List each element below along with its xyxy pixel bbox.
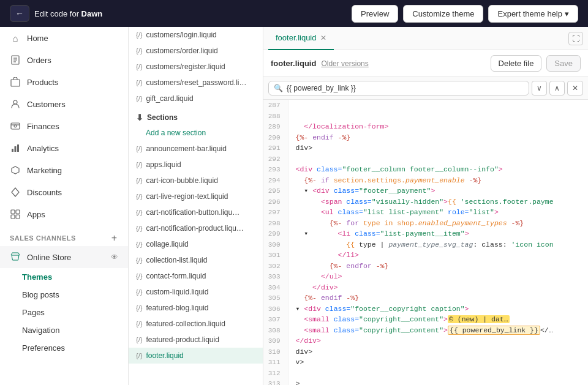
file-item[interactable]: {/} cart-live-region-text.liquid bbox=[129, 189, 263, 204]
file-icon: {/} bbox=[136, 256, 142, 264]
file-item[interactable]: {/} announcement-bar.liquid bbox=[129, 141, 263, 157]
sidebar-item-label: Marketing bbox=[27, 166, 62, 175]
file-icon: {/} bbox=[136, 225, 142, 232]
file-name: customers/reset_password.li… bbox=[146, 78, 246, 87]
file-name: cart-live-region-text.liquid bbox=[146, 192, 228, 201]
fullscreen-button[interactable]: ⛶ bbox=[568, 32, 583, 45]
file-icon: {/} bbox=[136, 63, 142, 70]
file-item[interactable]: {/} cart-notification-product.liqu… bbox=[129, 220, 263, 236]
sidebar-item-navigation[interactable]: Navigation bbox=[0, 321, 128, 339]
file-name: contact-form.liquid bbox=[146, 272, 206, 280]
back-button[interactable]: ← bbox=[10, 5, 29, 22]
code-line: 301 </li> bbox=[263, 250, 588, 261]
preview-button[interactable]: Preview bbox=[352, 5, 398, 23]
file-item[interactable]: {/} customers/reset_password.li… bbox=[129, 75, 263, 91]
file-item[interactable]: {/} apps.liquid bbox=[129, 157, 263, 173]
sidebar-item-products[interactable]: Products bbox=[0, 71, 128, 93]
file-name: collection-list.liquid bbox=[146, 256, 207, 264]
file-item[interactable]: {/} customers/order.liquid bbox=[129, 43, 263, 59]
tab-footer-liquid[interactable]: footer.liquid ✕ bbox=[268, 27, 334, 50]
sidebar-item-themes[interactable]: Themes bbox=[0, 268, 128, 286]
add-section-link[interactable]: Add a new section bbox=[129, 125, 263, 141]
file-icon: {/} bbox=[136, 272, 142, 280]
file-icon: {/} bbox=[136, 209, 142, 216]
file-item[interactable]: {/} customers/login.liquid bbox=[129, 27, 263, 43]
code-line: 306 ▾ <div class="footer__copyright capt… bbox=[263, 304, 588, 315]
file-item[interactable]: {/} cart-icon-bubble.liquid bbox=[129, 173, 263, 189]
search-down-button[interactable]: ∨ bbox=[532, 81, 547, 95]
older-versions-link[interactable]: Older versions bbox=[321, 59, 368, 68]
file-name: customers/login.liquid bbox=[146, 31, 216, 39]
code-line: 303 </ul> bbox=[263, 271, 588, 282]
file-item[interactable]: {/} featured-blog.liquid bbox=[129, 300, 263, 316]
code-table: 287 288 289 </localization-form> 290 {%-… bbox=[263, 100, 588, 385]
svg-rect-13 bbox=[16, 210, 20, 214]
sidebar-item-label: Apps bbox=[27, 210, 45, 219]
sidebar-item-orders[interactable]: Orders bbox=[0, 49, 128, 71]
sidebar-item-discounts[interactable]: Discounts bbox=[0, 181, 128, 203]
sidebar-item-apps[interactable]: Apps bbox=[0, 203, 128, 225]
sections-header: ⬇ Sections bbox=[129, 107, 263, 125]
sidebar-item-label: Home bbox=[27, 34, 48, 43]
topbar: ← Edit code for Dawn Preview Customize t… bbox=[0, 0, 588, 27]
analytics-icon bbox=[10, 143, 21, 154]
code-line: 289 </localization-form> bbox=[263, 121, 588, 132]
file-item[interactable]: {/} featured-collection.liquid bbox=[129, 316, 263, 332]
code-line: 307 <small class="copyright__content">© … bbox=[263, 314, 588, 325]
sections-icon: ⬇ bbox=[136, 113, 143, 122]
blog-posts-label: Blog posts bbox=[22, 290, 59, 299]
topbar-title: Edit code for Dawn bbox=[34, 9, 347, 18]
file-name: announcement-bar.liquid bbox=[146, 144, 226, 153]
sidebar-item-analytics[interactable]: Analytics bbox=[0, 137, 128, 159]
sidebar-item-blog-posts[interactable]: Blog posts bbox=[0, 286, 128, 304]
file-item[interactable]: {/} contact-form.liquid bbox=[129, 268, 263, 284]
sidebar-item-home[interactable]: ⌂ Home bbox=[0, 27, 128, 49]
code-line: 288 bbox=[263, 111, 588, 122]
code-line: 297 <ul class="list list-payment" role="… bbox=[263, 207, 588, 218]
sidebar-item-customers[interactable]: Customers bbox=[0, 93, 128, 115]
expert-dropdown-icon: ▾ bbox=[565, 9, 569, 18]
code-line: 291 div> bbox=[263, 143, 588, 154]
file-name: custom-liquid.liquid bbox=[146, 288, 208, 296]
sidebar-item-preferences[interactable]: Preferences bbox=[0, 339, 128, 357]
code-line: 299 ▾ <li class="list-payment__item"> bbox=[263, 228, 588, 239]
code-editor[interactable]: 287 288 289 </localization-form> 290 {%-… bbox=[263, 100, 588, 385]
file-item[interactable]: {/} collage.liquid bbox=[129, 236, 263, 252]
search-input[interactable] bbox=[287, 84, 524, 92]
file-name: customers/order.liquid bbox=[146, 47, 217, 55]
add-sales-channel-button[interactable]: + bbox=[110, 233, 118, 244]
back-icon: ← bbox=[15, 9, 24, 18]
file-name: footer.liquid bbox=[146, 351, 183, 360]
file-item[interactable]: {/} customers/register.liquid bbox=[129, 59, 263, 75]
file-browser: {/} customers/login.liquid {/} customers… bbox=[129, 27, 263, 385]
expert-theme-button[interactable]: Expert theme help ▾ bbox=[488, 5, 578, 23]
sales-channels-section: SALES CHANNELS + bbox=[0, 225, 128, 246]
file-item[interactable]: {/} featured-product.liquid bbox=[129, 332, 263, 348]
code-line: 293 <div class="footer__column footer__c… bbox=[263, 164, 588, 175]
customize-theme-button[interactable]: Customize theme bbox=[403, 5, 483, 23]
file-item-footer[interactable]: {/} footer.liquid bbox=[129, 348, 263, 364]
file-item[interactable]: {/} gift_card.liquid bbox=[129, 91, 263, 107]
sidebar-item-pages[interactable]: Pages bbox=[0, 304, 128, 321]
file-icon: {/} bbox=[136, 47, 142, 54]
file-name: cart-icon-bubble.liquid bbox=[146, 176, 217, 185]
file-item[interactable]: {/} collection-list.liquid bbox=[129, 252, 263, 268]
sidebar-item-label: Products bbox=[27, 78, 58, 87]
file-header-actions: Delete file Save bbox=[491, 55, 581, 72]
customers-icon bbox=[10, 99, 21, 110]
sidebar-item-label: Analytics bbox=[27, 144, 59, 153]
file-item[interactable]: {/} custom-liquid.liquid bbox=[129, 284, 263, 300]
delete-file-button[interactable]: Delete file bbox=[491, 55, 542, 72]
tab-close-button[interactable]: ✕ bbox=[320, 34, 326, 42]
search-up-button[interactable]: ∧ bbox=[549, 81, 565, 95]
sidebar-item-online-store[interactable]: Online Store 👁 bbox=[0, 246, 128, 268]
search-bar: 🔍 ∨ ∧ ✕ bbox=[263, 77, 588, 100]
file-icon: {/} bbox=[136, 241, 142, 248]
sidebar-item-marketing[interactable]: Marketing bbox=[0, 159, 128, 181]
sidebar-nav: ⌂ Home Orders Products Customers Finan bbox=[0, 27, 129, 385]
search-close-button[interactable]: ✕ bbox=[567, 81, 583, 95]
sidebar-item-finances[interactable]: Finances bbox=[0, 115, 128, 137]
save-button[interactable]: Save bbox=[546, 55, 581, 72]
code-line: 302 {%- endfor -%} bbox=[263, 261, 588, 272]
file-item[interactable]: {/} cart-notification-button.liqu… bbox=[129, 204, 263, 220]
